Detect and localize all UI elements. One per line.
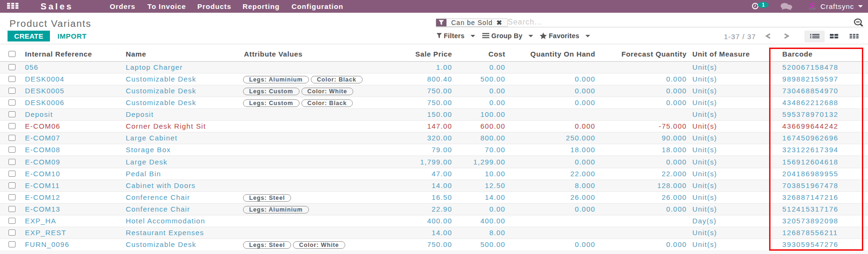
svg-text:S: S	[810, 2, 815, 10]
